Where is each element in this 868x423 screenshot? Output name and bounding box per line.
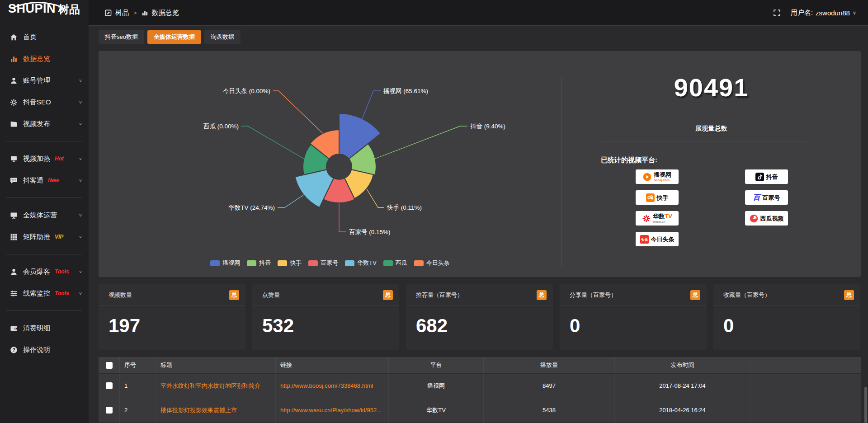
legend-item-抖音[interactable]: 抖音 [247, 259, 271, 267]
stat-card-title: 分享量（百家号） [570, 291, 617, 299]
baijiahao-logo: 百 [753, 194, 760, 201]
legend-item-西瓜[interactable]: 西瓜 [383, 259, 407, 267]
user-menu[interactable]: 用户名: zswodun88 ∨ [791, 9, 856, 17]
sidebar-item-4[interactable]: 视频发布∨ [0, 113, 89, 135]
data-tabs: 抖音seo数据全媒体运营数据询盘数据 [99, 30, 861, 44]
sidebar-item-15[interactable]: 消费明细 [0, 317, 89, 339]
stat-card-header: 分享量（百家号） 总 [560, 284, 707, 306]
breadcrumb-current[interactable]: 数据总览 [152, 9, 179, 17]
sidebar-item-label: 矩阵助推 [23, 233, 50, 241]
stat-card-header: 推荐量（百家号） 总 [406, 284, 553, 306]
pie-slice-华数TV[interactable] [295, 169, 334, 207]
table-row-0[interactable]: 1 室外水纹灯和室内水纹灯的区别和简介 http://www.boosj.com… [99, 373, 861, 398]
row-checkbox[interactable] [106, 382, 113, 389]
sidebar-item-3[interactable]: 抖音SEO∨ [0, 91, 89, 113]
platform-badge-快手: 快手 [636, 190, 679, 205]
breadcrumb-root[interactable]: 树品 [115, 9, 129, 17]
legend-item-快手[interactable]: 快手 [278, 259, 302, 267]
sidebar-item-6[interactable]: 视频加热Hot∨ [0, 148, 89, 169]
platform-name: 播视网 [654, 172, 671, 178]
fullscreen-icon[interactable] [773, 9, 781, 17]
legend-item-今日头条[interactable]: 今日头条 [414, 259, 450, 267]
kuaishou-logo [646, 193, 655, 202]
sidebar-item-label: 消费明细 [23, 324, 50, 333]
sidebar-item-13[interactable]: 线索监控Tools∨ [0, 282, 89, 304]
app-logo[interactable]: SHUPIN 树品 [8, 3, 85, 23]
sidebar-item-9[interactable]: 全媒体运营∨ [0, 204, 89, 226]
sidebar-badge: Hot [55, 155, 64, 162]
chevron-down-icon: ∨ [79, 269, 82, 274]
sidebar-item-10[interactable]: 矩阵助推VIP∨ [0, 226, 89, 248]
username-label: 用户名: [791, 9, 813, 17]
cell-title-link[interactable]: 楼体投影灯投影效果震撼上市 [156, 398, 275, 422]
stat-card-0: 视频数量 总 197 [99, 284, 245, 350]
table-header-row: 序号 标题 链接 平台 播放量 发布时间 [99, 357, 861, 373]
sidebar-item-label: 首页 [23, 33, 37, 42]
chevron-down-icon: ∨ [79, 213, 82, 217]
sidebar-item-1[interactable]: 数据总览 [0, 48, 89, 70]
scrollbar-thumb[interactable] [864, 387, 867, 423]
sidebar-item-label: 操作说明 [23, 346, 50, 354]
col-header-link: 链接 [275, 357, 388, 373]
svg-text:?: ? [12, 347, 15, 352]
sidebar-item-label: 数据总览 [23, 55, 50, 63]
sidebar-badge: VIP [55, 234, 63, 240]
table-row-1[interactable]: 2 楼体投影灯投影效果震撼上市 http://www.wasu.cn/Play/… [99, 398, 861, 422]
cell-title-link[interactable]: 室外水纹灯和室内水纹灯的区别和简介 [156, 374, 275, 398]
sidebar-item-7[interactable]: 抖客通New∨ [0, 169, 89, 191]
app-square-icon [105, 9, 112, 16]
stat-card-3: 分享量（百家号） 总 0 [560, 284, 707, 350]
cell-url-link[interactable]: http://www.boosj.com/7338468.html [275, 374, 388, 398]
sidebar-item-label: 线索监控 [23, 289, 50, 298]
stat-card-header: 收藏量（百家号） 总 [713, 284, 860, 306]
col-header-title: 标题 [156, 357, 275, 373]
total-impressions-label: 展现量总数 [562, 125, 861, 133]
col-header-no: 序号 [119, 357, 156, 373]
platform-name: 快手 [657, 195, 669, 201]
sidebar-item-0[interactable]: 首页 [0, 26, 89, 48]
pie-label-line [278, 195, 304, 207]
tab-0[interactable]: 抖音seo数据 [99, 30, 144, 44]
platform-share-chart: 播视网 (65.61%)抖音 (9.40%)快手 (0.11%)百家号 (0.1… [99, 51, 561, 277]
breadcrumb-separator: > [132, 9, 138, 16]
platform-name: 西瓜视频 [760, 216, 784, 221]
legend-item-华数TV[interactable]: 华数TV [345, 259, 377, 267]
boosj-logo [643, 173, 651, 181]
tab-2[interactable]: 询盘数据 [204, 30, 241, 44]
row-checkbox[interactable] [106, 407, 113, 414]
select-all-checkbox[interactable] [106, 362, 113, 369]
cell-platform: 华数TV [388, 398, 483, 422]
sidebar-item-16[interactable]: ?操作说明 [0, 339, 89, 361]
stat-card-value: 682 [416, 315, 448, 337]
sidebar-divider [6, 197, 82, 198]
platform-subtext: boosj.com [654, 179, 670, 182]
sidebar-badge: Tools [55, 290, 69, 296]
stat-card-value: 532 [262, 315, 294, 337]
total-badge: 总 [229, 290, 239, 300]
stat-cards-row: 视频数量 总 197 点赞量 总 532 推荐量（百家号） 总 682 分享量（… [99, 284, 861, 350]
cell-time: 2018-04-26 16:24 [614, 398, 750, 422]
chevron-down-icon: ∨ [79, 122, 82, 126]
sidebar-item-label: 抖客通 [23, 176, 43, 185]
sidebar-item-2[interactable]: 账号管理∨ [0, 70, 89, 91]
legend-item-百家号[interactable]: 百家号 [308, 259, 338, 267]
platform-badge-今日头条: 头条 今日头条 [636, 232, 679, 246]
stat-card-1: 点赞量 总 532 [252, 284, 399, 350]
wallet-icon [10, 324, 18, 332]
baijiahao-glyph: 百 [753, 194, 760, 201]
topbar: 树品 > 数据总览 用户名: zswodun88 ∨ [89, 0, 868, 26]
cell-views: 5438 [483, 398, 614, 422]
pie-label-播视网: 播视网 (65.61%) [383, 88, 428, 94]
sidebar-item-label: 全媒体运营 [23, 211, 57, 220]
cell-url-link[interactable]: http://www.wasu.cn/Play/show/id/952... [275, 398, 388, 422]
tab-1[interactable]: 全媒体运营数据 [147, 30, 201, 44]
legend-item-播视网[interactable]: 播视网 [210, 259, 240, 267]
chevron-down-icon: ∨ [79, 178, 82, 183]
help-icon: ? [10, 346, 18, 354]
stat-card-header: 点赞量 总 [252, 284, 399, 306]
chevron-down-icon: ∨ [79, 78, 82, 83]
platform-name: 百家号 [763, 195, 780, 201]
xigua-logo [750, 214, 758, 223]
sidebar-item-12[interactable]: 会员爆客Tools∨ [0, 261, 89, 282]
total-badge: 总 [537, 290, 547, 300]
